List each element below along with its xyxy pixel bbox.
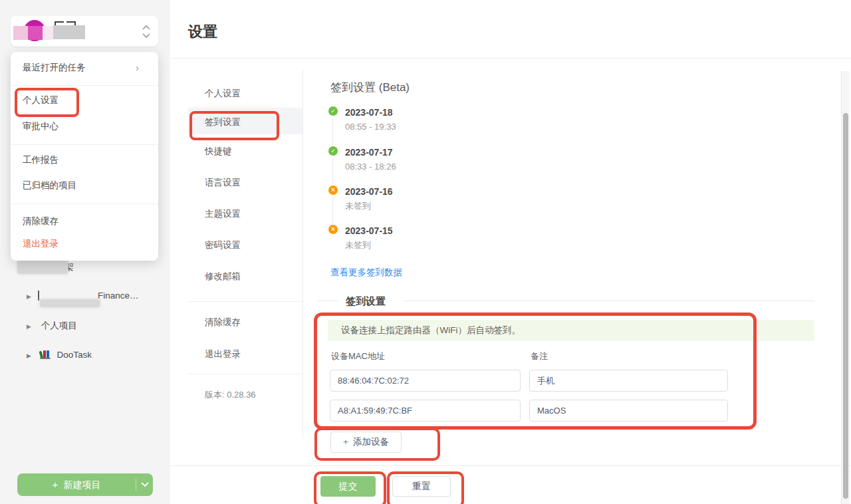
remark-input[interactable] bbox=[529, 400, 728, 422]
header-divider bbox=[170, 58, 851, 59]
timeline-detail: 08:55 - 19:33 bbox=[345, 122, 396, 132]
mac-address-input[interactable] bbox=[330, 400, 521, 422]
menu-item-label: 审批中心 bbox=[23, 121, 59, 131]
version-text: 版本: 0.28.36 bbox=[188, 385, 303, 405]
nav-item-label: 个人设置 bbox=[205, 88, 241, 98]
section-divider-line bbox=[404, 301, 814, 301]
menu-item-label: 工作报告 bbox=[23, 155, 59, 165]
menu-divider bbox=[11, 85, 158, 86]
nav-vertical-divider bbox=[303, 70, 303, 439]
text-fragment bbox=[38, 291, 39, 301]
app-window: 最近打开的任务 › 个人设置 审批中心 工作报告 已归档的项目 清除缓存 退出 bbox=[0, 0, 851, 504]
nav-divider bbox=[188, 301, 303, 302]
menu-divider bbox=[11, 144, 158, 145]
nav-item-label: 签到设置 bbox=[205, 117, 241, 127]
menu-item-label: 个人设置 bbox=[23, 95, 59, 105]
scrollbar-track[interactable] bbox=[841, 71, 850, 504]
tree-item-label: 个人项目 bbox=[41, 320, 77, 330]
nav-item-label: 语言设置 bbox=[205, 178, 241, 188]
expand-chevron-icon bbox=[141, 23, 152, 41]
triangle-icon: ▶ bbox=[27, 352, 31, 359]
user-card[interactable] bbox=[11, 16, 158, 47]
nav-item-label: 主题设置 bbox=[205, 209, 241, 219]
nav-item-personal-settings[interactable]: 个人设置 bbox=[188, 84, 303, 104]
blur-patch bbox=[43, 26, 53, 40]
tree-item-label: DooTask bbox=[57, 350, 92, 360]
new-project-label: 新建项目 bbox=[63, 479, 100, 490]
nav-item-checkin-settings[interactable]: 签到设置 bbox=[188, 112, 303, 132]
nav-item-password-settings[interactable]: 密码设置 bbox=[188, 235, 303, 255]
nav-item-logout[interactable]: 退出登录 bbox=[188, 344, 303, 364]
menu-item-archived-projects[interactable]: 已归档的项目 bbox=[11, 176, 158, 195]
new-project-more-button[interactable] bbox=[136, 473, 153, 496]
timeline-connector bbox=[332, 158, 333, 184]
blur-patch bbox=[17, 260, 68, 274]
menu-item-label: 退出登录 bbox=[23, 239, 59, 249]
cross-circle-icon: × bbox=[328, 225, 338, 234]
tree-item-personal-project[interactable]: ▶ 个人项目 bbox=[27, 320, 77, 332]
nav-item-clear-cache[interactable]: 清除缓存 bbox=[188, 313, 303, 332]
username-blur bbox=[53, 25, 85, 39]
nav-item-shortcuts[interactable]: 快捷键 bbox=[188, 142, 303, 162]
triangle-icon: ▶ bbox=[27, 293, 31, 300]
user-menu: 最近打开的任务 › 个人设置 审批中心 工作报告 已归档的项目 清除缓存 退出 bbox=[11, 52, 158, 261]
tree-item-label: Finance… bbox=[98, 291, 139, 301]
check-circle-icon: ✓ bbox=[328, 146, 338, 156]
timeline-date: 2023-07-15 bbox=[345, 225, 393, 236]
nav-item-change-email[interactable]: 修改邮箱 bbox=[188, 267, 303, 287]
menu-item-label: 清除缓存 bbox=[23, 216, 59, 226]
mac-address-input[interactable] bbox=[330, 370, 521, 392]
add-device-button[interactable]: +添加设备 bbox=[330, 432, 402, 453]
cross-circle-icon: × bbox=[328, 186, 338, 195]
tree-item-finance[interactable]: ▶ bbox=[27, 291, 31, 301]
remark-label: 备注 bbox=[531, 350, 548, 362]
sidebar: 最近打开的任务 › 个人设置 审批中心 工作报告 已归档的项目 清除缓存 退出 bbox=[0, 0, 170, 504]
menu-item-work-report[interactable]: 工作报告 bbox=[11, 150, 158, 170]
nav-item-label: 退出登录 bbox=[205, 349, 241, 359]
timeline-date: 2023-07-17 bbox=[345, 147, 393, 158]
check-circle-icon: ✓ bbox=[328, 106, 338, 116]
new-project-button[interactable]: +新建项目 bbox=[17, 473, 153, 496]
menu-item-recent-tasks[interactable]: 最近打开的任务 › bbox=[11, 58, 158, 78]
blur-patch bbox=[40, 299, 100, 307]
menu-item-approval-center[interactable]: 审批中心 bbox=[11, 116, 158, 136]
remark-input[interactable] bbox=[529, 370, 728, 392]
panel-heading: 签到设置 (Beta) bbox=[330, 80, 410, 95]
menu-item-label: 已归档的项目 bbox=[23, 180, 76, 190]
mac-address-label: 设备MAC地址 bbox=[331, 350, 385, 362]
nav-item-label: 快捷键 bbox=[205, 146, 232, 156]
footer-divider bbox=[170, 465, 851, 466]
reset-button[interactable]: 重置 bbox=[392, 476, 451, 497]
timeline-date: 2023-07-18 bbox=[345, 107, 393, 118]
timeline-date: 2023-07-16 bbox=[345, 186, 393, 197]
more-checkin-data-link[interactable]: 查看更多签到数据 bbox=[330, 267, 402, 279]
nav-item-theme-settings[interactable]: 主题设置 bbox=[188, 204, 303, 224]
plus-icon: + bbox=[343, 437, 348, 447]
nav-item-language-settings[interactable]: 语言设置 bbox=[188, 173, 303, 193]
timeline-detail: 未签到 bbox=[345, 200, 371, 212]
timeline-detail: 未签到 bbox=[345, 239, 371, 251]
chevron-down-icon bbox=[140, 481, 150, 488]
auto-checkin-alert: 设备连接上指定路由器（WiFi）后自动签到。 bbox=[328, 320, 814, 341]
submit-button[interactable]: 提交 bbox=[320, 476, 376, 497]
timeline-connector bbox=[332, 118, 333, 145]
menu-divider bbox=[11, 203, 158, 204]
triangle-icon: ▶ bbox=[27, 323, 31, 330]
tree-item-dootask[interactable]: ▶ DooTask bbox=[27, 349, 92, 360]
add-device-label: 添加设备 bbox=[353, 437, 389, 447]
menu-item-label: 最近打开的任务 bbox=[23, 63, 86, 72]
menu-item-logout[interactable]: 退出登录 bbox=[11, 234, 158, 254]
menu-item-clear-cache[interactable]: 清除缓存 bbox=[11, 211, 158, 231]
section-title: 签到设置 bbox=[346, 295, 386, 308]
scrollbar-thumb[interactable] bbox=[843, 113, 848, 499]
nav-item-label: 清除缓存 bbox=[205, 317, 241, 327]
menu-item-personal-settings[interactable]: 个人设置 bbox=[11, 90, 158, 110]
page-title: 设置 bbox=[188, 22, 217, 42]
nav-item-label: 密码设置 bbox=[205, 240, 241, 250]
arrow-right-icon: › bbox=[136, 58, 139, 78]
books-icon bbox=[40, 350, 51, 359]
blur-patch bbox=[28, 26, 43, 40]
timeline-detail: 08:33 - 18:26 bbox=[345, 162, 396, 172]
nav-item-label: 修改邮箱 bbox=[205, 271, 241, 281]
plus-icon: + bbox=[53, 479, 59, 490]
